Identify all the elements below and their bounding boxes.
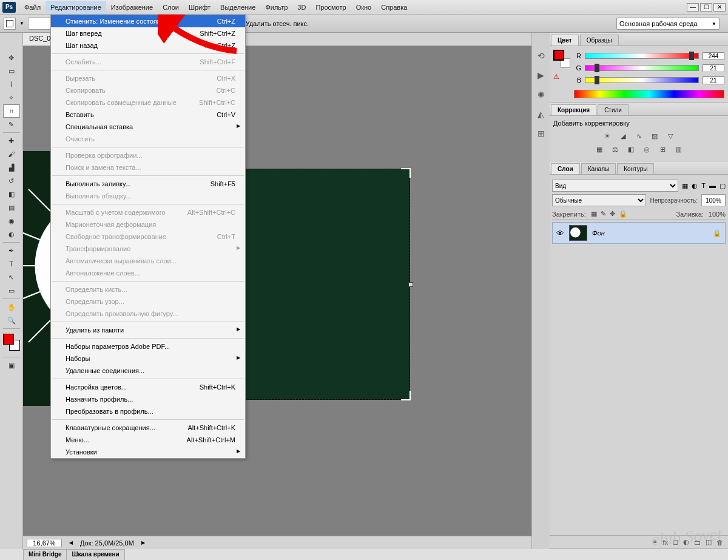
menu-item[interactable]: Специальная вставка [51,121,245,133]
history-brush-tool[interactable]: ↺ [3,174,20,187]
lock-paint-icon[interactable]: ✎ [601,210,606,218]
blur-tool[interactable]: ◉ [3,214,20,228]
menu-item[interactable]: Настройка цветов...Shift+Ctrl+K [51,381,245,393]
adj-brightness-icon[interactable]: ☀ [602,130,613,141]
crop-handle-ne[interactable] [401,168,411,178]
marquee-tool[interactable]: ▭ [3,64,20,78]
delete-cropped-checkbox[interactable]: Удалить отсеч. пикс. [235,19,309,27]
menu-file[interactable]: Файл [19,1,46,13]
adj-levels-icon[interactable]: ◢ [618,130,629,141]
tab-color[interactable]: Цвет [551,35,579,46]
menu-item[interactable]: Назначить профиль... [51,393,245,405]
brush-tool[interactable]: 🖌 [3,147,20,161]
tab-channels[interactable]: Каналы [581,163,616,174]
layer-mask-icon[interactable]: ◻ [673,538,678,546]
adj-curves-icon[interactable]: ∿ [633,130,644,141]
lasso-tool[interactable]: ⌇ [3,78,20,91]
menu-item[interactable]: Шаг впередShift+Ctrl+Z [51,27,245,39]
filter-adjust-icon[interactable]: ◐ [692,182,698,190]
layer-fx-icon[interactable]: fx [662,539,668,546]
menu-item[interactable]: Наборы [51,353,245,365]
menu-image[interactable]: Изображение [106,1,158,13]
tab-paths[interactable]: Контуры [617,163,654,174]
lock-position-icon[interactable]: ✥ [610,210,615,218]
gradient-tool[interactable]: ▤ [3,201,20,214]
path-select-tool[interactable]: ↖ [3,271,20,284]
hand-tool[interactable]: ✋ [3,300,20,314]
menu-view[interactable]: Просмотр [311,1,351,13]
link-layers-icon[interactable]: ⚭ [652,538,658,546]
menu-help[interactable]: Справка [376,1,412,13]
menu-item[interactable]: ВставитьCtrl+V [51,109,245,121]
slider-g[interactable] [585,65,699,71]
actions-icon[interactable]: ▶ [538,70,544,80]
slider-b[interactable] [585,77,699,83]
menu-item[interactable]: Преобразовать в профиль... [51,405,245,417]
filter-type-icon[interactable]: T [701,182,706,189]
adj-bw-icon[interactable]: ◧ [625,144,636,155]
menu-item[interactable]: Меню...Alt+Shift+Ctrl+M [51,434,245,446]
adj-hue-icon[interactable]: ▦ [594,144,605,155]
workspace-selector[interactable]: Основная рабочая среда▼ [616,18,720,30]
tab-adjustments[interactable]: Коррекция [551,104,596,115]
tab-timeline[interactable]: Шкала времени [67,549,124,560]
menu-edit[interactable]: Редактирование [46,1,106,13]
adj-channel-mixer-icon[interactable]: ⊞ [657,144,668,155]
stamp-tool[interactable]: ▟ [3,161,20,174]
new-layer-icon[interactable]: ◫ [706,538,712,546]
layer-row[interactable]: 👁 Фон 🔒 [552,222,726,244]
window-minimize-button[interactable]: — [687,3,699,12]
zoom-field[interactable]: 16,67% [27,539,62,547]
history-icon[interactable]: ⟲ [538,51,545,61]
dodge-tool[interactable]: ◐ [3,228,20,241]
crop-handle-se[interactable] [401,391,411,400]
foreground-color-swatch[interactable] [3,334,14,345]
filter-smart-icon[interactable]: ▢ [720,182,726,190]
tab-styles[interactable]: Стили [598,104,629,115]
new-adjust-icon[interactable]: ◐ [683,538,689,546]
adj-exposure-icon[interactable]: ▨ [649,130,660,141]
menu-item[interactable]: Шаг назадAlt+Ctrl+Z [51,39,245,52]
panel-fg-swatch[interactable] [553,50,564,61]
tool-preset-icon[interactable] [4,18,16,30]
menu-item[interactable]: Наборы параметров Adobe PDF... [51,340,245,353]
quick-mask-toggle[interactable]: ▣ [3,359,20,372]
layer-kind-select[interactable]: Вид [552,180,678,192]
type-tool[interactable]: T [3,257,20,271]
color-swatches[interactable] [3,334,20,351]
magic-wand-tool[interactable]: ✧ [3,91,20,104]
layer-thumbnail[interactable] [569,225,587,241]
crop-handle-right[interactable] [408,282,413,287]
value-g[interactable]: 21 [703,64,724,72]
tab-layers[interactable]: Слои [551,163,580,174]
menu-item[interactable]: Выполнить заливку...Shift+F5 [51,178,245,190]
info-icon[interactable]: ⊞ [538,129,545,138]
pen-tool[interactable]: ✒ [3,244,20,257]
value-b[interactable]: 21 [703,76,724,84]
layer-name[interactable]: Фон [592,229,605,237]
slider-r[interactable] [585,53,699,59]
lock-all-icon[interactable]: 🔒 [619,210,627,218]
fill-value[interactable]: 100% [709,211,726,218]
zoom-tool[interactable]: 🔍 [3,314,20,327]
layer-lock-icon[interactable]: 🔒 [713,229,721,237]
menu-item[interactable]: Удалить из памяти [51,324,245,336]
blend-mode-select[interactable]: Обычные [552,194,646,206]
histogram-icon[interactable]: ◭ [538,109,544,119]
value-r[interactable]: 244 [703,52,724,60]
new-group-icon[interactable]: 🗀 [694,539,701,546]
window-maximize-button[interactable]: ☐ [700,3,712,12]
menu-filter[interactable]: Фильтр [260,1,292,13]
adj-vibrance-icon[interactable]: ▽ [665,130,676,141]
visibility-icon[interactable]: 👁 [556,229,564,238]
filter-image-icon[interactable]: ▦ [682,182,688,190]
spectrum-ramp[interactable] [574,90,724,98]
menu-item[interactable]: Удаленные соединения... [51,365,245,377]
menu-window[interactable]: Окно [351,1,377,13]
menu-type[interactable]: Шрифт [184,1,215,13]
menu-item[interactable]: Клавиатурные сокращения...Alt+Shift+Ctrl… [51,422,245,434]
tab-mini-bridge[interactable]: Mini Bridge [23,549,67,560]
eyedropper-tool[interactable]: ✎ [3,118,20,131]
adj-color-lookup-icon[interactable]: ▥ [673,144,684,155]
opacity-value[interactable]: 100% [701,194,726,206]
